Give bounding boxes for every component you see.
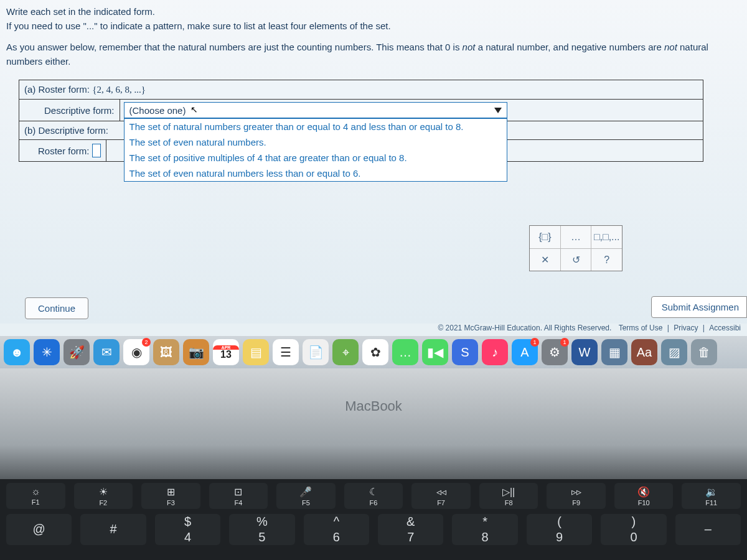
- continue-button[interactable]: Continue: [25, 297, 88, 319]
- dock-dictionary-icon[interactable]: Aa: [631, 339, 657, 365]
- key-num: *8: [452, 514, 517, 545]
- dock-safari-icon[interactable]: ✳: [34, 339, 60, 365]
- dropdown-option[interactable]: The set of even natural numbers.: [125, 134, 507, 150]
- natural-number-note: As you answer below, remember that the n…: [6, 40, 741, 68]
- dock-photobooth-icon[interactable]: 📷: [183, 339, 209, 365]
- privacy-link[interactable]: Privacy: [674, 324, 698, 332]
- palette-list-ellipsis[interactable]: □,□,...: [591, 226, 622, 248]
- dock-appstore-icon[interactable]: A1: [512, 339, 538, 365]
- roster-form-input[interactable]: [92, 144, 101, 157]
- tool-palette: {□} … □,□,... ✕ ↺ ?: [529, 225, 622, 271]
- badge: 2: [142, 338, 151, 347]
- dock-launchpad-icon[interactable]: 🚀: [63, 339, 90, 365]
- dock-maps-icon[interactable]: ⌖: [332, 339, 359, 365]
- key-num: $4: [155, 514, 220, 545]
- dropdown-option[interactable]: The set of positive multiples of 4 that …: [125, 150, 507, 166]
- dock-landscape-icon[interactable]: ▨: [661, 339, 687, 365]
- dropdown-placeholder: (Choose one): [129, 105, 186, 116]
- dock-facetime-icon[interactable]: ▮◀: [422, 339, 448, 365]
- key-f7: ◃◃F7: [411, 483, 471, 509]
- terms-link[interactable]: Terms of Use: [619, 324, 663, 332]
- problem-box: (a) Roster form: {2, 4, 6, 8, ...} Descr…: [19, 80, 703, 162]
- key-num: –: [675, 514, 741, 545]
- keyboard: ☼F1☀F2⊞F3⊡F4🎤F5☾F6◃◃F7▷||F8▹▹F9🔇F10🔉F11 …: [0, 479, 747, 560]
- dock-calendar-icon[interactable]: APR13: [213, 339, 239, 365]
- part-a-label: (a) Roster form: {2, 4, 6, 8, ...}: [19, 80, 151, 99]
- roster-form-label-b: Roster form:: [19, 140, 106, 161]
- dock-mail-icon[interactable]: ✉: [93, 339, 120, 365]
- key-f9: ▹▹F9: [547, 483, 606, 509]
- cursor-icon: ↖: [190, 105, 198, 114]
- dock-pages-icon[interactable]: 📄: [303, 339, 329, 365]
- key-num: )0: [601, 514, 666, 545]
- key-f10: 🔇F10: [614, 483, 674, 509]
- badge: 1: [530, 338, 539, 347]
- key-f3: ⊞F3: [141, 483, 200, 509]
- dock-reminders-icon[interactable]: ☰: [273, 339, 299, 365]
- palette-ellipsis[interactable]: …: [560, 226, 591, 248]
- copyright-text: © 2021 McGraw-Hill Education. All Rights…: [438, 324, 611, 332]
- palette-help-icon[interactable]: ?: [591, 249, 622, 271]
- dock-shortcuts-icon[interactable]: S: [452, 339, 478, 365]
- accessibility-link[interactable]: Accessibi: [709, 324, 741, 332]
- dock-wallpaper-icon[interactable]: ▦: [601, 339, 627, 365]
- key-num: &7: [378, 514, 443, 545]
- palette-reset-icon[interactable]: ↺: [560, 249, 591, 271]
- dock-photos-icon[interactable]: ✿: [362, 339, 388, 365]
- dock-trash-icon[interactable]: 🗑: [691, 339, 717, 365]
- part-b-label: (b) Descriptive form:: [19, 121, 113, 139]
- key-f2: ☀F2: [74, 483, 133, 509]
- descriptive-form-label-a: Descriptive form:: [19, 100, 120, 121]
- dock-preview-icon[interactable]: 🖼: [153, 339, 179, 365]
- key-f6: ☾F6: [344, 483, 403, 509]
- submit-assignment-button[interactable]: Submit Assignmen: [651, 296, 747, 318]
- key-f8: ▷||F8: [479, 483, 538, 509]
- key-f5: 🎤F5: [276, 483, 336, 509]
- palette-set-braces[interactable]: {□}: [530, 226, 560, 248]
- dock-settings-icon[interactable]: ⚙1: [542, 339, 568, 365]
- palette-clear-icon[interactable]: ✕: [530, 249, 560, 271]
- instructions: Write each set in the indicated form. If…: [6, 5, 741, 33]
- key-f11: 🔉F11: [682, 483, 741, 509]
- key-num: @: [6, 514, 72, 545]
- dock-chrome-icon[interactable]: ◉2: [123, 339, 149, 365]
- laptop-body: MacBook ☼F1☀F2⊞F3⊡F4🎤F5☾F6◃◃F7▷||F8▹▹F9🔇…: [0, 368, 747, 560]
- key-f1: ☼F1: [6, 483, 65, 509]
- badge: 1: [560, 338, 569, 347]
- dock-music-icon[interactable]: ♪: [482, 339, 508, 365]
- instruction-line-1: Write each set in the indicated form.: [6, 5, 741, 19]
- dock-notes-icon[interactable]: ▤: [243, 339, 269, 365]
- dropdown-option[interactable]: The set of natural numbers greater than …: [125, 119, 507, 134]
- dock-messages-icon[interactable]: …: [392, 339, 418, 365]
- footer: © 2021 McGraw-Hill Education. All Rights…: [431, 321, 747, 335]
- descriptive-form-dropdown[interactable]: (Choose one) ↖ The set of natural number…: [124, 102, 507, 118]
- key-f4: ⊡F4: [209, 483, 268, 509]
- key-num: #: [80, 514, 146, 545]
- macos-dock: ☻✳🚀✉◉2🖼📷APR13▤☰📄⌖✿…▮◀S♪A1⚙1W▦Aa▨🗑: [0, 336, 747, 368]
- macbook-label: MacBook: [0, 368, 747, 414]
- dropdown-options: The set of natural numbers greater than …: [124, 118, 507, 182]
- key-num: (9: [527, 514, 592, 545]
- key-num: %5: [229, 514, 294, 545]
- key-num: ^6: [304, 514, 369, 545]
- dock-word-icon[interactable]: W: [571, 339, 598, 365]
- dropdown-option[interactable]: The set of even natural numbers less tha…: [125, 166, 507, 181]
- chevron-down-icon: [494, 108, 502, 113]
- instruction-line-2: If you need to use "..." to indicate a p…: [6, 19, 741, 34]
- dock-finder-icon[interactable]: ☻: [4, 339, 30, 365]
